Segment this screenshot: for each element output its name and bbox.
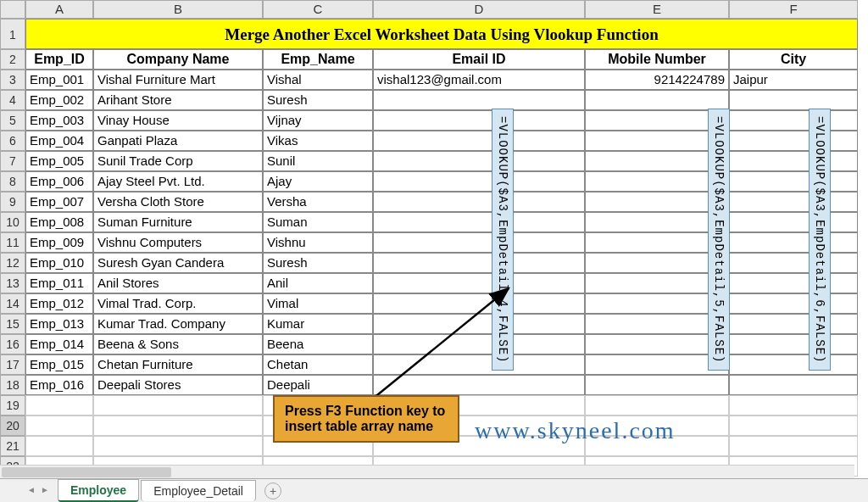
cell-A20[interactable]	[25, 416, 93, 436]
cell-A8[interactable]: Emp_006	[25, 171, 93, 192]
cell-A6[interactable]: Emp_004	[25, 131, 93, 151]
cell-A5[interactable]: Emp_003	[25, 110, 93, 131]
cell-A18[interactable]: Emp_016	[25, 375, 93, 395]
cell-C3[interactable]: Vishal	[263, 70, 373, 90]
cell-F9[interactable]	[729, 192, 858, 212]
cell-D8[interactable]	[373, 171, 585, 192]
cell-E19[interactable]	[585, 395, 729, 416]
cell-F14[interactable]	[729, 293, 858, 314]
cell-E18[interactable]	[585, 375, 729, 395]
cell-F7[interactable]	[729, 151, 858, 171]
cell-D5[interactable]	[373, 110, 585, 131]
tab-nav-buttons[interactable]: ◄ ►	[25, 485, 51, 497]
cell-E4[interactable]	[585, 90, 729, 110]
cell-C11[interactable]: Vishnu	[263, 232, 373, 253]
cell-A9[interactable]: Emp_007	[25, 192, 93, 212]
cell-F8[interactable]	[729, 171, 858, 192]
cell-A10[interactable]: Emp_008	[25, 212, 93, 232]
cell-B15[interactable]: Kumar Trad. Company	[93, 314, 263, 334]
cell-B8[interactable]: Ajay Steel Pvt. Ltd.	[93, 171, 263, 192]
cell-D6[interactable]	[373, 131, 585, 151]
col-header-A[interactable]: A	[25, 0, 93, 19]
col-header-C[interactable]: C	[263, 0, 373, 19]
horizontal-scrollbar[interactable]	[0, 465, 854, 478]
cell-C7[interactable]: Sunil	[263, 151, 373, 171]
cell-F13[interactable]	[729, 273, 858, 293]
cell-D18[interactable]	[373, 375, 585, 395]
cell-B19[interactable]	[93, 395, 263, 416]
col-header-D[interactable]: D	[373, 0, 585, 19]
cell-C16[interactable]: Beena	[263, 334, 373, 354]
cell-C10[interactable]: Suman	[263, 212, 373, 232]
cell-D14[interactable]	[373, 293, 585, 314]
row-header-14[interactable]: 14	[0, 293, 25, 314]
row-header-1[interactable]: 1	[0, 19, 25, 49]
cell-F16[interactable]	[729, 334, 858, 354]
cell-B13[interactable]: Anil Stores	[93, 273, 263, 293]
cell-A21[interactable]	[25, 436, 93, 456]
cell-A7[interactable]: Emp_005	[25, 151, 93, 171]
cell-D10[interactable]	[373, 212, 585, 232]
cell-C14[interactable]: Vimal	[263, 293, 373, 314]
cell-C12[interactable]: Suresh	[263, 253, 373, 273]
cell-B17[interactable]: Chetan Furniture	[93, 354, 263, 375]
cell-D16[interactable]	[373, 334, 585, 354]
cell-A3[interactable]: Emp_001	[25, 70, 93, 90]
row-header-10[interactable]: 10	[0, 212, 25, 232]
cell-B7[interactable]: Sunil Trade Corp	[93, 151, 263, 171]
cell-D13[interactable]	[373, 273, 585, 293]
row-header-11[interactable]: 11	[0, 232, 25, 253]
cell-B6[interactable]: Ganpati Plaza	[93, 131, 263, 151]
cell-A11[interactable]: Emp_009	[25, 232, 93, 253]
cell-C18[interactable]: Deepali	[263, 375, 373, 395]
cell-C17[interactable]: Chetan	[263, 354, 373, 375]
row-header-21[interactable]: 21	[0, 436, 25, 456]
row-header-19[interactable]: 19	[0, 395, 25, 416]
add-sheet-button[interactable]: +	[264, 482, 281, 499]
cell-B14[interactable]: Vimal Trad. Corp.	[93, 293, 263, 314]
cell-B21[interactable]	[93, 436, 263, 456]
cell-C8[interactable]: Ajay	[263, 171, 373, 192]
row-header-15[interactable]: 15	[0, 314, 25, 334]
cell-C9[interactable]: Versha	[263, 192, 373, 212]
cell-F21[interactable]	[729, 436, 858, 456]
tab-employee[interactable]: Employee	[58, 479, 139, 502]
row-header-2[interactable]: 2	[0, 49, 25, 70]
cell-B12[interactable]: Suresh Gyan Candera	[93, 253, 263, 273]
row-header-9[interactable]: 9	[0, 192, 25, 212]
row-header-13[interactable]: 13	[0, 273, 25, 293]
cell-C13[interactable]: Anil	[263, 273, 373, 293]
cell-C5[interactable]: Vijnay	[263, 110, 373, 131]
cell-F15[interactable]	[729, 314, 858, 334]
tab-nav-prev-icon[interactable]: ◄	[25, 485, 37, 497]
cell-A16[interactable]: Emp_014	[25, 334, 93, 354]
cell-B10[interactable]: Suman Furniture	[93, 212, 263, 232]
cell-B18[interactable]: Deepali Stores	[93, 375, 263, 395]
cell-F19[interactable]	[729, 395, 858, 416]
cell-B20[interactable]	[93, 416, 263, 436]
cell-A14[interactable]: Emp_012	[25, 293, 93, 314]
row-header-5[interactable]: 5	[0, 110, 25, 131]
cell-D17[interactable]	[373, 354, 585, 375]
cell-D4[interactable]	[373, 90, 585, 110]
row-header-20[interactable]: 20	[0, 416, 25, 436]
cell-B3[interactable]: Vishal Furniture Mart	[93, 70, 263, 90]
cell-A12[interactable]: Emp_010	[25, 253, 93, 273]
row-header-7[interactable]: 7	[0, 151, 25, 171]
cell-F18[interactable]	[729, 375, 858, 395]
cell-A15[interactable]: Emp_013	[25, 314, 93, 334]
row-header-4[interactable]: 4	[0, 90, 25, 110]
tab-nav-next-icon[interactable]: ►	[39, 485, 51, 497]
cell-F11[interactable]	[729, 232, 858, 253]
cell-F17[interactable]	[729, 354, 858, 375]
cell-A4[interactable]: Emp_002	[25, 90, 93, 110]
cell-F6[interactable]	[729, 131, 858, 151]
cell-F3[interactable]: Jaipur	[729, 70, 858, 90]
row-header-3[interactable]: 3	[0, 70, 25, 90]
select-all-corner[interactable]	[0, 0, 25, 19]
cell-B11[interactable]: Vishnu Computers	[93, 232, 263, 253]
cell-C6[interactable]: Vikas	[263, 131, 373, 151]
col-header-E[interactable]: E	[585, 0, 729, 19]
cell-C4[interactable]: Suresh	[263, 90, 373, 110]
col-header-F[interactable]: F	[729, 0, 858, 19]
